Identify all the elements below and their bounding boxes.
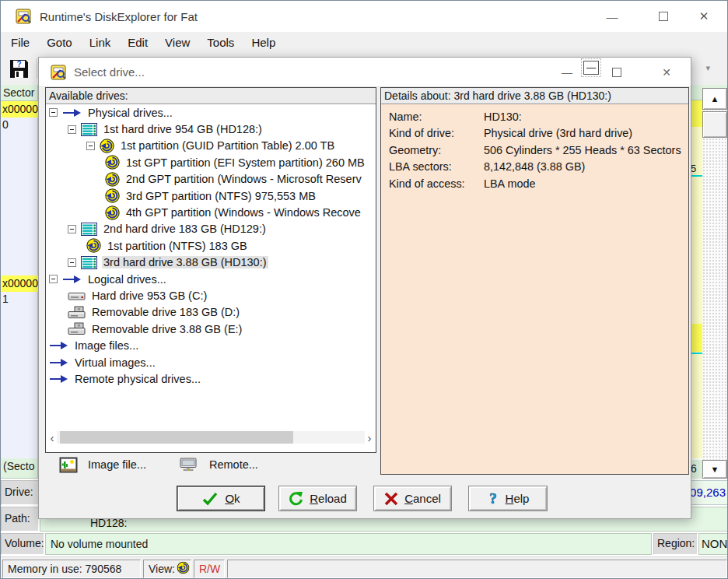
menu-link[interactable]: Link bbox=[81, 33, 120, 51]
tree-item[interactable]: Removable drive 3.88 GB (E:) bbox=[46, 321, 376, 337]
dialog-minimize-button[interactable]: — bbox=[557, 63, 577, 82]
details-header: Details about: 3rd hard drive 3.88 GB (H… bbox=[381, 88, 688, 104]
help-button-label: Help bbox=[506, 492, 530, 505]
tree-item-label: 3rd hard drive 3.88 GB (HD130:) bbox=[102, 256, 268, 268]
menu-tools[interactable]: Tools bbox=[198, 33, 243, 51]
arrow-icon bbox=[49, 374, 68, 384]
minimize-button[interactable]: — bbox=[597, 5, 628, 27]
tree-item-label: 2nd hard drive 183 GB (HD129:) bbox=[102, 223, 268, 235]
removable-icon bbox=[68, 306, 86, 319]
tree-item[interactable]: Removable drive 183 GB (D:) bbox=[46, 304, 376, 321]
tree-item-label: Image files... bbox=[73, 339, 140, 352]
collapse-toggle-icon[interactable] bbox=[49, 275, 58, 283]
remote-button[interactable]: Remote... bbox=[176, 454, 261, 475]
arrow-icon bbox=[49, 358, 68, 367]
partition-view-icon bbox=[176, 560, 191, 577]
tree-item[interactable]: Virtual images... bbox=[46, 354, 376, 370]
scroll-right-button[interactable]: › bbox=[365, 431, 374, 444]
cancel-icon bbox=[384, 492, 398, 506]
tree-item[interactable]: Logical drives... bbox=[46, 271, 376, 287]
help-icon: ? bbox=[487, 491, 499, 507]
volume-value-field: No volume mounted bbox=[45, 533, 652, 555]
detail-value: Physical drive (3rd hard drive) bbox=[484, 127, 688, 143]
scroll-down-button[interactable]: ▼ bbox=[702, 460, 727, 479]
detail-value: HD130: bbox=[484, 111, 688, 127]
tree-item[interactable]: 4th GPT partition (Windows - Windows Rec… bbox=[46, 204, 376, 220]
menubar: FileGotoLinkEditViewToolsHelp bbox=[1, 32, 727, 52]
collapse-toggle-icon[interactable] bbox=[49, 108, 58, 117]
tree-item[interactable]: Image files... bbox=[46, 337, 376, 353]
tree-item-label: 1st partition (NTFS) 183 GB bbox=[106, 240, 249, 252]
collapse-toggle-icon[interactable] bbox=[68, 125, 76, 134]
tree-item-label: 1st partition (GUID Partition Table) 2.0… bbox=[119, 139, 336, 152]
arrow-icon bbox=[62, 275, 82, 284]
region-label: Region: bbox=[653, 533, 698, 555]
partition-icon bbox=[105, 188, 120, 203]
detail-label: Kind of access: bbox=[389, 177, 484, 194]
menu-goto[interactable]: Goto bbox=[38, 33, 81, 51]
collapse-toggle-icon[interactable] bbox=[86, 142, 95, 150]
menu-edit[interactable]: Edit bbox=[119, 33, 156, 51]
detail-label: Kind of drive: bbox=[389, 127, 484, 143]
drive-label: Drive: bbox=[1, 480, 39, 505]
tree-item-label: 2nd GPT partition (Windows - Microsoft R… bbox=[124, 173, 363, 185]
partition-icon bbox=[86, 238, 101, 253]
image-file-button[interactable]: Image file... bbox=[56, 454, 149, 475]
vertical-scrollbar-thumb[interactable] bbox=[702, 111, 727, 138]
horizontal-scrollbar-track[interactable] bbox=[57, 431, 365, 444]
tree-item[interactable]: 3rd hard drive 3.88 GB (HD130:) bbox=[46, 254, 376, 271]
detail-value: LBA mode bbox=[484, 177, 688, 194]
available-drives-panel: Available drives: Physical drives...1st … bbox=[45, 87, 376, 453]
tree-item[interactable]: 1st partition (NTFS) 183 GB bbox=[46, 237, 376, 254]
reload-icon bbox=[289, 491, 303, 506]
close-button[interactable]: ✕ bbox=[688, 5, 719, 27]
volume-label: Volume: bbox=[1, 533, 44, 555]
tree-item-label: 1st hard drive 954 GB (HD128:) bbox=[102, 123, 264, 135]
dialog-titlebar: Select drive... — — ✕ bbox=[39, 58, 691, 87]
forward-dropdown-caret[interactable]: ▾ bbox=[705, 63, 710, 73]
harddrive-icon bbox=[81, 223, 97, 236]
statusbar: Memory in use: 790568 View: R/W bbox=[1, 556, 727, 579]
maximize-button[interactable] bbox=[648, 5, 679, 27]
tree-item-label: Removable drive 183 GB (D:) bbox=[90, 306, 241, 318]
sector-address-cell[interactable]: x00000 bbox=[1, 101, 38, 118]
sector-footer-label: (Secto bbox=[1, 458, 38, 479]
detail-label: LBA sectors: bbox=[389, 160, 484, 177]
view-status: View: bbox=[143, 560, 191, 578]
tree-item[interactable]: 2nd GPT partition (Windows - Microsoft R… bbox=[46, 171, 376, 188]
readwrite-status: R/W bbox=[194, 560, 225, 578]
menu-view[interactable]: View bbox=[156, 33, 198, 51]
scroll-up-button[interactable]: ▲ bbox=[702, 88, 727, 110]
horizontal-scrollbar-thumb[interactable] bbox=[60, 431, 293, 444]
tree-item[interactable]: 3rd GPT partition (NTFS) 975,553 MB bbox=[46, 188, 376, 204]
tree-item[interactable]: 1st hard drive 954 GB (HD128:) bbox=[46, 121, 376, 137]
path-label: Path: bbox=[1, 507, 39, 532]
drive-icon bbox=[68, 290, 86, 301]
dialog-close-button[interactable]: ✕ bbox=[656, 63, 677, 82]
ok-button[interactable]: Ok bbox=[177, 486, 265, 511]
tree-item[interactable]: 1st partition (GUID Partition Table) 2.0… bbox=[46, 138, 376, 154]
save-button[interactable]: ? bbox=[5, 55, 32, 82]
tree-item[interactable]: 2nd hard drive 183 GB (HD129:) bbox=[46, 221, 376, 237]
remote-icon bbox=[179, 458, 199, 472]
menu-file[interactable]: File bbox=[2, 33, 38, 51]
dialog-maximize-button[interactable] bbox=[607, 63, 627, 82]
tree-item[interactable]: Hard drive 953 GB (C:) bbox=[46, 287, 376, 304]
dialog-rollup-button[interactable]: — bbox=[583, 61, 599, 75]
tree-item[interactable]: 1st GPT partition (EFI System partition)… bbox=[46, 154, 376, 170]
tree-item[interactable]: Physical drives... bbox=[46, 104, 376, 121]
scroll-left-button[interactable]: ‹ bbox=[47, 431, 57, 444]
vertical-scrollbar-track[interactable] bbox=[702, 110, 727, 460]
collapse-toggle-icon[interactable] bbox=[68, 258, 76, 267]
collapse-toggle-icon[interactable] bbox=[68, 225, 76, 233]
tree-horizontal-scrollbar[interactable]: ‹ › bbox=[47, 430, 374, 444]
help-button[interactable]: ?Help bbox=[468, 486, 548, 511]
tree-item[interactable]: Remote physical drives... bbox=[46, 370, 376, 387]
sector-address-cell[interactable]: x00000 bbox=[1, 275, 38, 292]
cancel-button[interactable]: Cancel bbox=[373, 486, 452, 511]
partition-icon bbox=[100, 139, 114, 153]
reload-button[interactable]: Reload bbox=[278, 486, 357, 511]
detail-row: Kind of access:LBA mode bbox=[389, 177, 688, 194]
tree-item-label: 4th GPT partition (Windows - Windows Rec… bbox=[124, 206, 362, 219]
menu-help[interactable]: Help bbox=[243, 33, 284, 51]
